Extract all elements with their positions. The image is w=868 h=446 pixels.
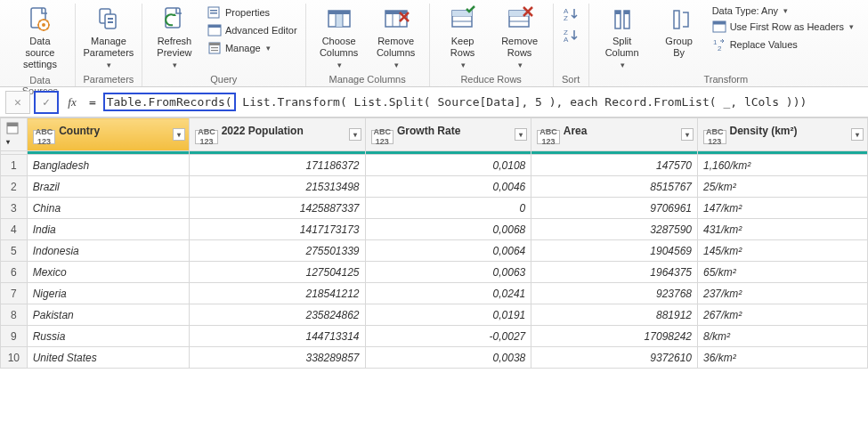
cell-growth[interactable]: 0,0063: [365, 262, 531, 283]
cell-area[interactable]: 9372610: [531, 347, 698, 369]
cell-area[interactable]: 9706961: [531, 198, 698, 219]
cell-pop[interactable]: 275501339: [190, 240, 365, 262]
row-number[interactable]: 6: [1, 262, 28, 283]
filter-dropdown-icon[interactable]: ▾: [173, 128, 185, 141]
group-by-button[interactable]: Group By: [652, 4, 707, 61]
cell-country[interactable]: Nigeria: [27, 283, 189, 304]
row-number[interactable]: 4: [1, 219, 28, 240]
column-header-country[interactable]: ABC123Country▾: [27, 118, 189, 151]
table-row[interactable]: 1Bangladesh1711863720,01081475701,160/km…: [1, 155, 868, 176]
table-row[interactable]: 7Nigeria2185412120,0241923768237/km²: [1, 283, 868, 304]
cell-pop[interactable]: 218541212: [190, 283, 365, 304]
table-row[interactable]: 2Brazil2153134980,0046851576725/km²: [1, 176, 868, 198]
column-header-growth[interactable]: ABC123Growth Rate▾: [365, 118, 531, 151]
cell-country[interactable]: China: [27, 198, 189, 219]
cell-area[interactable]: 8515767: [531, 176, 698, 198]
cell-pop[interactable]: 235824862: [190, 304, 365, 326]
cell-country[interactable]: Brazil: [27, 176, 189, 198]
column-header-area[interactable]: ABC123Area▾: [531, 118, 698, 151]
filter-dropdown-icon[interactable]: ▾: [349, 128, 361, 141]
cell-density[interactable]: 147/km²: [698, 198, 868, 219]
cell-country[interactable]: Mexico: [27, 262, 189, 283]
remove-rows-button[interactable]: Remove Rows: [492, 4, 548, 72]
cell-growth[interactable]: 0,0191: [365, 304, 531, 326]
cell-density[interactable]: 36/km²: [698, 347, 868, 369]
cell-area[interactable]: 923768: [531, 283, 698, 304]
cell-area[interactable]: 1964375: [531, 262, 698, 283]
formula-input[interactable]: = Table.FromRecords( List.Transform( Lis…: [85, 93, 863, 111]
table-row[interactable]: 5Indonesia2755013390,00641904569145/km²: [1, 240, 868, 262]
cell-density[interactable]: 25/km²: [698, 176, 868, 198]
table-row[interactable]: 4India14171731730,00683287590431/km²: [1, 219, 868, 240]
table-row[interactable]: 3China142588733709706961147/km²: [1, 198, 868, 219]
cell-density[interactable]: 431/km²: [698, 219, 868, 240]
grid-corner[interactable]: ▾: [1, 118, 28, 151]
manage-query-button[interactable]: Manage: [204, 39, 301, 57]
filter-dropdown-icon[interactable]: ▾: [515, 128, 527, 141]
cell-area[interactable]: 17098242: [531, 326, 698, 347]
cell-country[interactable]: Indonesia: [27, 240, 189, 262]
cell-pop[interactable]: 215313498: [190, 176, 365, 198]
cell-density[interactable]: 267/km²: [698, 304, 868, 326]
advanced-editor-button[interactable]: Advanced Editor: [204, 21, 301, 39]
cell-density[interactable]: 237/km²: [698, 283, 868, 304]
cell-density[interactable]: 145/km²: [698, 240, 868, 262]
filter-dropdown-icon[interactable]: ▾: [681, 128, 694, 141]
cancel-formula-button[interactable]: ✕: [5, 91, 30, 114]
cell-density[interactable]: 8/km²: [698, 326, 868, 347]
manage-parameters-button[interactable]: Manage Parameters: [81, 4, 136, 72]
filter-dropdown-icon[interactable]: ▾: [851, 128, 864, 141]
row-number[interactable]: 9: [1, 326, 28, 347]
row-number[interactable]: 3: [1, 198, 28, 219]
cell-density[interactable]: 1,160/km²: [698, 155, 868, 176]
cell-area[interactable]: 881912: [531, 304, 698, 326]
cell-country[interactable]: India: [27, 219, 189, 240]
cell-pop[interactable]: 1417173173: [190, 219, 365, 240]
cell-area[interactable]: 1904569: [531, 240, 698, 262]
sort-desc-button[interactable]: ZA: [562, 25, 580, 46]
column-header-pop[interactable]: ABC1232022 Population▾: [190, 118, 365, 151]
cell-country[interactable]: Russia: [27, 326, 189, 347]
keep-rows-button[interactable]: Keep Rows: [435, 4, 491, 72]
row-number[interactable]: 7: [1, 283, 28, 304]
sort-asc-button[interactable]: AZ: [562, 4, 580, 25]
table-row[interactable]: 9Russia144713314-0,0027170982428/km²: [1, 326, 868, 347]
first-row-headers-button[interactable]: Use First Row as Headers: [709, 18, 857, 36]
cell-density[interactable]: 65/km²: [698, 262, 868, 283]
column-header-density[interactable]: ABC123Density (km²)▾: [698, 118, 868, 151]
row-number[interactable]: 10: [1, 347, 28, 369]
choose-columns-button[interactable]: Choose Columns: [312, 4, 367, 72]
row-number[interactable]: 8: [1, 304, 28, 326]
table-row[interactable]: 8Pakistan2358248620,0191881912267/km²: [1, 304, 868, 326]
cell-pop[interactable]: 127504125: [190, 262, 365, 283]
cell-country[interactable]: Bangladesh: [27, 155, 189, 176]
cell-growth[interactable]: 0,0038: [365, 347, 531, 369]
cell-growth[interactable]: -0,0027: [365, 326, 531, 347]
row-number[interactable]: 2: [1, 176, 28, 198]
replace-values-button[interactable]: 12 Replace Values: [709, 36, 857, 53]
cell-country[interactable]: Pakistan: [27, 304, 189, 326]
cell-pop[interactable]: 1425887337: [190, 198, 365, 219]
cell-area[interactable]: 147570: [531, 155, 698, 176]
cell-country[interactable]: United States: [27, 347, 189, 369]
table-row[interactable]: 6Mexico1275041250,0063196437565/km²: [1, 262, 868, 283]
cell-growth[interactable]: 0,0064: [365, 240, 531, 262]
cell-pop[interactable]: 144713314: [190, 326, 365, 347]
cell-growth[interactable]: 0,0068: [365, 219, 531, 240]
table-row[interactable]: 10United States3382898570,0038937261036/…: [1, 347, 868, 369]
properties-button[interactable]: Properties: [204, 4, 301, 21]
commit-formula-button[interactable]: ✓: [34, 91, 59, 114]
row-number[interactable]: 1: [1, 155, 28, 176]
cell-growth[interactable]: 0,0046: [365, 176, 531, 198]
split-column-button[interactable]: Split Column: [595, 4, 650, 72]
data-source-settings-button[interactable]: Data source settings: [12, 4, 68, 73]
data-type-button[interactable]: Data Type: Any: [709, 4, 857, 18]
cell-area[interactable]: 3287590: [531, 219, 698, 240]
row-number[interactable]: 5: [1, 240, 28, 262]
cell-growth[interactable]: 0: [365, 198, 531, 219]
cell-pop[interactable]: 171186372: [190, 155, 365, 176]
cell-growth[interactable]: 0,0241: [365, 283, 531, 304]
cell-growth[interactable]: 0,0108: [365, 155, 531, 176]
cell-pop[interactable]: 338289857: [190, 347, 365, 369]
refresh-preview-button[interactable]: Refresh Preview: [147, 4, 202, 72]
